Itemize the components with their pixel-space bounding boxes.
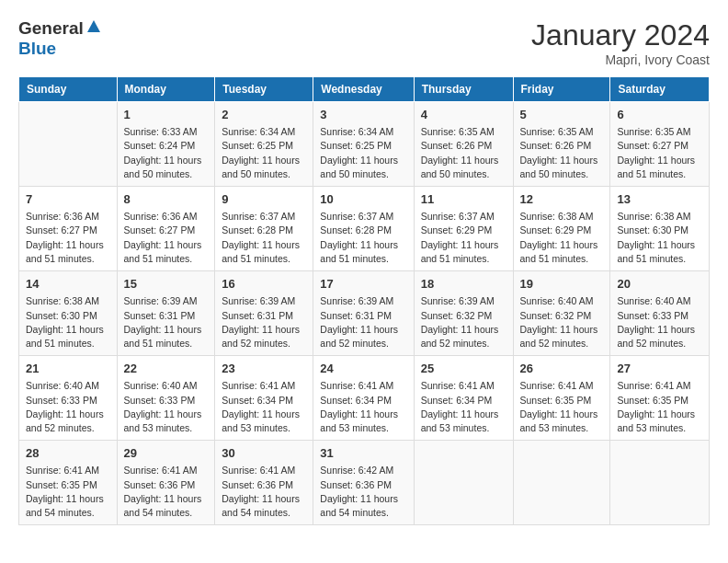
calendar-cell: 18Sunrise: 6:39 AMSunset: 6:32 PMDayligh… [414,271,513,356]
day-info: Sunrise: 6:40 AMSunset: 6:33 PMDaylight:… [617,294,702,350]
calendar-cell: 12Sunrise: 6:38 AMSunset: 6:29 PMDayligh… [513,187,610,271]
calendar-cell [513,441,610,525]
day-info: Sunrise: 6:37 AMSunset: 6:28 PMDaylight:… [222,210,306,266]
calendar-cell: 4Sunrise: 6:35 AMSunset: 6:26 PMDaylight… [414,102,513,187]
day-number: 14 [26,276,110,293]
day-number: 11 [421,191,506,208]
day-number: 7 [26,191,110,208]
calendar-cell [414,441,513,525]
day-number: 31 [320,445,406,462]
calendar-cell: 20Sunrise: 6:40 AMSunset: 6:33 PMDayligh… [610,271,710,356]
day-number: 10 [320,191,406,208]
calendar-row: 28Sunrise: 6:41 AMSunset: 6:35 PMDayligh… [19,441,710,525]
calendar-cell [19,102,118,187]
calendar-cell: 28Sunrise: 6:41 AMSunset: 6:35 PMDayligh… [19,441,118,525]
day-number: 25 [421,361,506,377]
calendar-cell: 8Sunrise: 6:36 AMSunset: 6:27 PMDaylight… [117,187,215,271]
day-number: 18 [421,276,506,293]
calendar-cell: 30Sunrise: 6:41 AMSunset: 6:36 PMDayligh… [215,441,313,525]
month-title: January 2024 [531,18,710,52]
day-number: 5 [520,107,604,123]
day-info: Sunrise: 6:40 AMSunset: 6:32 PMDaylight:… [520,294,604,350]
calendar-cell: 19Sunrise: 6:40 AMSunset: 6:32 PMDayligh… [513,271,610,356]
calendar-cell: 27Sunrise: 6:41 AMSunset: 6:35 PMDayligh… [610,356,710,441]
calendar-row: 7Sunrise: 6:36 AMSunset: 6:27 PMDaylight… [19,187,710,271]
day-info: Sunrise: 6:37 AMSunset: 6:29 PMDaylight:… [421,210,506,266]
logo-blue-text: Blue [18,39,56,58]
day-number: 6 [617,107,702,123]
weekday-header-monday: Monday [117,77,215,102]
calendar-cell: 31Sunrise: 6:42 AMSunset: 6:36 PMDayligh… [313,441,414,525]
day-number: 19 [520,276,604,293]
day-info: Sunrise: 6:39 AMSunset: 6:31 PMDaylight:… [320,294,406,350]
day-info: Sunrise: 6:38 AMSunset: 6:29 PMDaylight:… [520,210,604,266]
calendar-cell: 2Sunrise: 6:34 AMSunset: 6:25 PMDaylight… [215,102,313,187]
day-info: Sunrise: 6:41 AMSunset: 6:34 PMDaylight:… [421,379,506,435]
calendar-body: 1Sunrise: 6:33 AMSunset: 6:24 PMDaylight… [19,102,710,525]
day-number: 22 [124,361,209,377]
day-number: 29 [124,445,209,462]
day-number: 12 [520,191,604,208]
day-info: Sunrise: 6:34 AMSunset: 6:25 PMDaylight:… [320,125,406,181]
logo-triangle-icon [86,19,101,38]
weekday-header-thursday: Thursday [414,77,513,102]
day-number: 3 [320,107,406,123]
calendar-cell: 29Sunrise: 6:41 AMSunset: 6:36 PMDayligh… [117,441,215,525]
calendar-cell: 9Sunrise: 6:37 AMSunset: 6:28 PMDaylight… [215,187,313,271]
calendar-cell: 14Sunrise: 6:38 AMSunset: 6:30 PMDayligh… [19,271,118,356]
day-info: Sunrise: 6:35 AMSunset: 6:27 PMDaylight:… [617,125,702,181]
svg-marker-0 [87,20,100,32]
day-info: Sunrise: 6:39 AMSunset: 6:31 PMDaylight:… [124,294,209,350]
day-number: 26 [520,361,604,377]
page-header: General Blue January 2024 Mapri, Ivory C… [18,18,710,67]
calendar-row: 14Sunrise: 6:38 AMSunset: 6:30 PMDayligh… [19,271,710,356]
calendar-cell: 16Sunrise: 6:39 AMSunset: 6:31 PMDayligh… [215,271,313,356]
calendar-cell [610,441,710,525]
day-info: Sunrise: 6:41 AMSunset: 6:34 PMDaylight:… [320,379,406,435]
day-number: 8 [124,191,209,208]
day-info: Sunrise: 6:41 AMSunset: 6:35 PMDaylight:… [617,379,702,435]
calendar-cell: 23Sunrise: 6:41 AMSunset: 6:34 PMDayligh… [215,356,313,441]
calendar-table: SundayMondayTuesdayWednesdayThursdayFrid… [18,76,710,525]
calendar-header: SundayMondayTuesdayWednesdayThursdayFrid… [19,77,710,102]
day-info: Sunrise: 6:33 AMSunset: 6:24 PMDaylight:… [124,125,209,181]
day-number: 9 [222,191,306,208]
calendar-cell: 13Sunrise: 6:38 AMSunset: 6:30 PMDayligh… [610,187,710,271]
day-info: Sunrise: 6:38 AMSunset: 6:30 PMDaylight:… [617,210,702,266]
calendar-cell: 6Sunrise: 6:35 AMSunset: 6:27 PMDaylight… [610,102,710,187]
calendar-cell: 11Sunrise: 6:37 AMSunset: 6:29 PMDayligh… [414,187,513,271]
day-number: 28 [26,445,110,462]
weekday-header-friday: Friday [513,77,610,102]
day-info: Sunrise: 6:38 AMSunset: 6:30 PMDaylight:… [26,294,110,350]
calendar-cell: 24Sunrise: 6:41 AMSunset: 6:34 PMDayligh… [313,356,414,441]
calendar-cell: 1Sunrise: 6:33 AMSunset: 6:24 PMDaylight… [117,102,215,187]
day-info: Sunrise: 6:39 AMSunset: 6:32 PMDaylight:… [421,294,506,350]
weekday-header-sunday: Sunday [19,77,118,102]
day-info: Sunrise: 6:40 AMSunset: 6:33 PMDaylight:… [124,379,209,435]
day-info: Sunrise: 6:41 AMSunset: 6:35 PMDaylight:… [520,379,604,435]
day-number: 4 [421,107,506,123]
day-number: 2 [222,107,306,123]
calendar-cell: 15Sunrise: 6:39 AMSunset: 6:31 PMDayligh… [117,271,215,356]
day-number: 1 [124,107,209,123]
calendar-cell: 25Sunrise: 6:41 AMSunset: 6:34 PMDayligh… [414,356,513,441]
day-info: Sunrise: 6:41 AMSunset: 6:36 PMDaylight:… [222,464,306,520]
calendar-cell: 3Sunrise: 6:34 AMSunset: 6:25 PMDaylight… [313,102,414,187]
calendar-cell: 10Sunrise: 6:37 AMSunset: 6:28 PMDayligh… [313,187,414,271]
logo: General Blue [18,18,101,59]
day-number: 23 [222,361,306,377]
day-info: Sunrise: 6:35 AMSunset: 6:26 PMDaylight:… [421,125,506,181]
calendar-row: 1Sunrise: 6:33 AMSunset: 6:24 PMDaylight… [19,102,710,187]
location-title: Mapri, Ivory Coast [531,52,710,67]
day-number: 15 [124,276,209,293]
day-number: 24 [320,361,406,377]
day-number: 17 [320,276,406,293]
day-number: 30 [222,445,306,462]
calendar-row: 21Sunrise: 6:40 AMSunset: 6:33 PMDayligh… [19,356,710,441]
day-info: Sunrise: 6:36 AMSunset: 6:27 PMDaylight:… [26,210,110,266]
calendar-cell: 7Sunrise: 6:36 AMSunset: 6:27 PMDaylight… [19,187,118,271]
weekday-header-saturday: Saturday [610,77,710,102]
logo-general-text: General [18,18,84,39]
day-info: Sunrise: 6:39 AMSunset: 6:31 PMDaylight:… [222,294,306,350]
day-number: 13 [617,191,702,208]
